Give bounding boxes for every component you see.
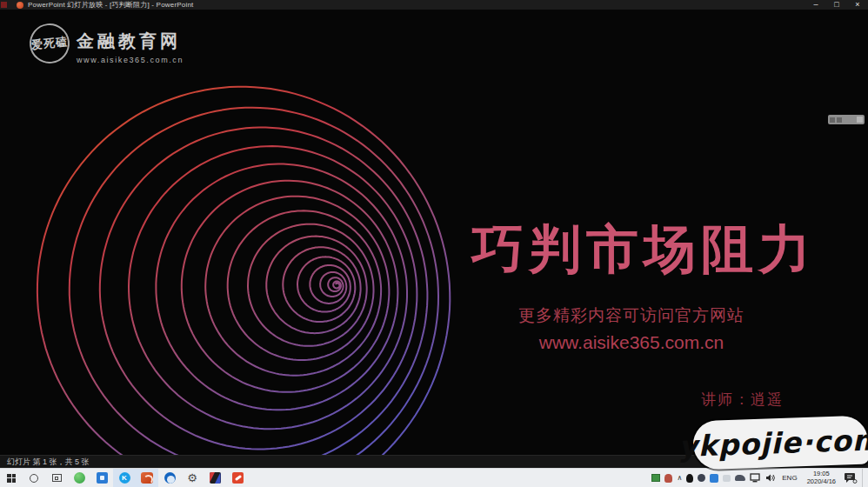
- logo-emblem-icon: 爱死磕: [28, 22, 72, 66]
- task-view-icon: [52, 474, 62, 482]
- taskbar-app-player[interactable]: [204, 469, 226, 487]
- tray-cloud-icon[interactable]: [735, 475, 745, 481]
- tray-moon-icon[interactable]: [698, 474, 705, 482]
- slide-website: www.aisike365.com.cn: [468, 332, 795, 353]
- slide-subtitle: 更多精彩内容可访问官方网站: [468, 304, 795, 327]
- slide-title: 巧判市场阻力: [471, 215, 816, 285]
- taskbar-app-360[interactable]: [68, 469, 90, 487]
- red-app-icon: [232, 472, 244, 484]
- taskbar: K ⚙ ∧: [0, 468, 868, 487]
- window-titlebar: PowerPoint 幻灯片放映 - [巧判断阻力] - PowerPoint …: [0, 0, 868, 10]
- blue-square-app-icon: [97, 472, 108, 484]
- tray-green-icon[interactable]: [651, 474, 660, 482]
- mini-toolbar-button[interactable]: [837, 117, 842, 123]
- chevron-up-icon[interactable]: ∧: [677, 475, 682, 482]
- cortana-icon: [30, 474, 38, 483]
- window-title: PowerPoint 幻灯片放映 - [巧判断阻力] - PowerPoint: [28, 0, 194, 10]
- cortana-button[interactable]: [23, 469, 45, 487]
- lecturer-label: 讲师：逍遥: [701, 390, 784, 410]
- taskbar-app-kugou[interactable]: K: [113, 469, 136, 487]
- watermark-text: ykpojie·com: [678, 422, 868, 463]
- start-button[interactable]: [0, 469, 23, 487]
- close-button[interactable]: ×: [847, 0, 868, 10]
- edge-browser-icon: [164, 472, 176, 484]
- clock-date: 2020/4/16: [807, 478, 836, 486]
- language-indicator[interactable]: ENG: [780, 474, 798, 482]
- minimize-button[interactable]: –: [805, 0, 826, 10]
- slideshow-mini-toolbar[interactable]: [828, 115, 865, 124]
- tray-mascot-icon[interactable]: [664, 474, 672, 483]
- system-menu-icon[interactable]: [1, 2, 7, 8]
- windows-logo-icon: [7, 474, 16, 483]
- task-view-button[interactable]: [45, 469, 68, 487]
- system-tray: ∧ ENG 19:05 2020/4/16: [651, 469, 868, 487]
- show-desktop-button[interactable]: [862, 469, 866, 487]
- network-icon[interactable]: [750, 473, 761, 483]
- watermark: ykpojie·com: [692, 416, 868, 470]
- mini-toolbar-button[interactable]: [830, 117, 835, 123]
- site-logo: 爱死磕 金融教育网 www.aisike365.com.cn: [30, 23, 184, 64]
- action-center-icon[interactable]: [844, 472, 858, 484]
- tray-qq-penguin-icon[interactable]: [686, 474, 693, 483]
- taskbar-app-powerpoint[interactable]: [136, 469, 158, 487]
- volume-icon[interactable]: [765, 473, 776, 483]
- logo-site-name: 金融教育网: [77, 30, 184, 53]
- media-player-icon: [210, 472, 221, 484]
- green-browser-icon: [74, 472, 85, 484]
- taskbar-app-edge[interactable]: [158, 469, 181, 487]
- tray-misc-icon[interactable]: [723, 475, 731, 482]
- taskbar-app-settings[interactable]: ⚙: [181, 469, 204, 487]
- taskbar-app-bluesquare[interactable]: [90, 469, 113, 487]
- maximize-button[interactable]: □: [826, 0, 847, 10]
- slideshow-area[interactable]: 爱死磕 金融教育网 www.aisike365.com.cn 巧判市场阻力 更多…: [0, 10, 868, 455]
- powerpoint-icon: [141, 472, 153, 484]
- tray-blue-app-icon[interactable]: [710, 474, 718, 483]
- mini-toolbar-button[interactable]: [857, 117, 863, 123]
- kugou-icon: K: [119, 472, 130, 484]
- logo-site-url: www.aisike365.com.cn: [77, 56, 184, 64]
- gear-icon: ⚙: [187, 472, 197, 484]
- screen: PowerPoint 幻灯片放映 - [巧判断阻力] - PowerPoint …: [0, 0, 868, 487]
- slide-counter: 幻灯片 第 1 张，共 5 张: [7, 457, 90, 468]
- powerpoint-app-icon: [17, 2, 23, 9]
- clock[interactable]: 19:05 2020/4/16: [804, 470, 839, 485]
- taskbar-app-red[interactable]: [226, 469, 249, 487]
